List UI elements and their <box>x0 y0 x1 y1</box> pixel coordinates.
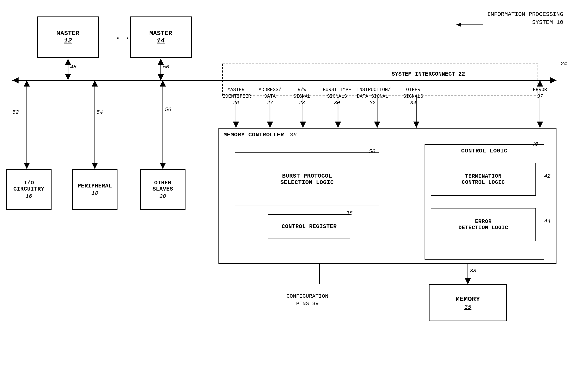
svg-marker-12 <box>24 163 30 169</box>
burst-type-label: BURST TYPE SIGNALS 30 <box>323 86 351 106</box>
memory-controller-label: MEMORY CONTROLLER 36 <box>223 132 297 138</box>
config-pins-label: CONFIGURATION PINS 39 <box>287 293 328 307</box>
addr-data-number: 27 <box>267 100 273 106</box>
svg-marker-9 <box>158 74 164 80</box>
label-54: 54 <box>96 109 103 115</box>
diagram: INFORMATION PROCESSING SYSTEM 10 SYSTEM … <box>0 0 588 377</box>
control-logic-label: CONTROL LOGIC <box>461 148 508 154</box>
error-detection-number: 44 <box>544 218 551 224</box>
peripheral-number: 18 <box>92 190 98 196</box>
label-33: 33 <box>470 268 476 274</box>
label-50: 50 <box>163 64 169 70</box>
memory-label: MEMORY <box>456 295 480 303</box>
svg-marker-1 <box>12 77 19 83</box>
svg-marker-15 <box>92 163 98 169</box>
svg-marker-13 <box>24 80 30 86</box>
error-label: ERROR 37 <box>530 86 550 99</box>
other-slaves-number: 20 <box>159 193 166 200</box>
memory-box: MEMORY 35 <box>429 284 507 321</box>
io-circuitry-box: I/OCIRCUITRY 16 <box>6 169 51 210</box>
rw-number: 28 <box>299 100 305 106</box>
svg-marker-25 <box>300 122 306 128</box>
other-signals-label: OTHER SIGNALS 34 <box>400 86 427 106</box>
control-register-number: 38 <box>346 210 353 216</box>
burst-protocol-box: BURST PROTOCOLSELECTION LOGIC <box>235 153 379 206</box>
control-logic-box: CONTROL LOGIC <box>425 144 544 259</box>
svg-marker-29 <box>374 122 380 128</box>
other-slaves-label: OTHERSLAVES <box>153 180 173 192</box>
address-data-label: ADDRESS/ DATA 27 <box>258 86 282 106</box>
instruction-data-label: INSTRUCTION/ DATA SIGNAL 32 <box>357 86 388 106</box>
burst-protocol-label: BURST PROTOCOLSELECTION LOGIC <box>280 173 334 186</box>
error-detection-label: ERRORDETECTION LOGIC <box>458 218 508 231</box>
master14-label: MASTER <box>149 30 172 37</box>
svg-marker-2 <box>550 77 556 83</box>
svg-marker-43 <box>465 278 471 284</box>
termination-number: 42 <box>544 173 551 179</box>
label-24: 24 <box>561 61 567 67</box>
title-arrow <box>450 21 487 29</box>
svg-marker-33 <box>537 122 543 128</box>
error-number: 37 <box>537 94 543 99</box>
termination-control-box: TERMINATIONCONTROL LOGIC <box>431 163 536 196</box>
svg-marker-16 <box>92 80 98 86</box>
svg-marker-23 <box>267 122 273 128</box>
termination-control-label: TERMINATIONCONTROL LOGIC <box>462 173 505 185</box>
master14-box: MASTER 14 <box>130 16 192 58</box>
master12-box: MASTER 12 <box>37 16 99 58</box>
other-slaves-box: OTHERSLAVES 20 <box>140 169 185 210</box>
control-register-label: CONTROL REGISTER <box>282 224 336 230</box>
peripheral-label: PERIPHERAL <box>77 183 112 189</box>
burst-protocol-number: 50 <box>369 148 375 154</box>
peripheral-box: PERIPHERAL 18 <box>72 169 118 210</box>
label-52: 52 <box>12 109 19 115</box>
svg-marker-19 <box>160 80 166 86</box>
system-title-label: INFORMATION PROCESSING SYSTEM 10 <box>487 10 563 26</box>
label-56: 56 <box>165 106 171 113</box>
master12-label: MASTER <box>57 30 79 37</box>
master-id-number: 26 <box>233 100 239 106</box>
other-signals-number: 34 <box>410 100 416 106</box>
burst-type-number: 30 <box>334 100 340 106</box>
svg-marker-45 <box>456 23 461 27</box>
master-identifier-label: MASTER IDENTIFIER 26 <box>223 86 249 106</box>
instr-number: 32 <box>370 100 375 106</box>
control-logic-number: 40 <box>532 141 538 147</box>
master12-number: 12 <box>64 37 72 45</box>
io-circuitry-number: 16 <box>25 193 32 200</box>
svg-marker-27 <box>335 122 341 128</box>
svg-marker-21 <box>233 122 239 128</box>
rw-signal-label: R/W SIGNAL 28 <box>291 86 313 106</box>
svg-marker-31 <box>413 122 420 128</box>
memory-number: 35 <box>464 304 472 310</box>
system-interconnect-label: SYSTEM INTERCONNECT 22 <box>392 71 465 77</box>
master14-number: 14 <box>157 37 165 45</box>
io-circuitry-label: I/OCIRCUITRY <box>13 180 44 192</box>
control-register-box: CONTROL REGISTER <box>268 214 350 239</box>
svg-marker-18 <box>160 163 166 169</box>
error-detection-box: ERRORDETECTION LOGIC <box>431 208 536 241</box>
label-48: 48 <box>70 64 76 70</box>
